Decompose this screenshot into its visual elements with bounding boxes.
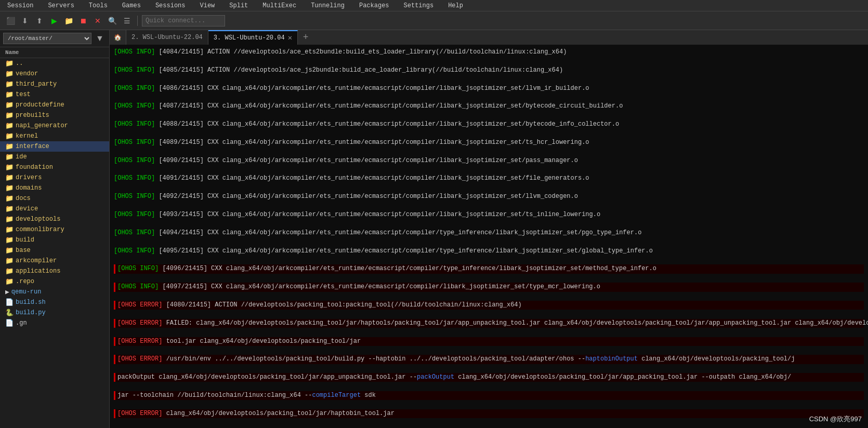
file-item-developtools[interactable]: 📁developtools — [0, 214, 109, 224]
file-icon-arkcompiler: 📁 — [5, 257, 14, 265]
file-icon-applications: 📁 — [5, 267, 14, 275]
menu-bar: Session Servers Tools Games Sessions Vie… — [0, 0, 868, 11]
file-name-arkcompiler: arkcompiler — [16, 257, 57, 264]
file-icon-docs: 📁 — [5, 194, 14, 203]
toolbar-btn-stop[interactable]: ⏹ — [77, 15, 89, 27]
file-name-build.sh: build.sh — [16, 299, 46, 306]
file-name-device: device — [16, 205, 38, 212]
file-item-interface[interactable]: 📁interface — [0, 141, 109, 152]
file-name-qemu-run: qemu-run — [11, 288, 42, 296]
tab-add-button[interactable]: + — [298, 30, 313, 45]
file-icon-foundation: 📁 — [5, 163, 14, 171]
file-item-third_party[interactable]: 📁third_party — [0, 79, 109, 89]
toolbar-btn-folder[interactable]: 📁 — [62, 15, 75, 27]
file-name-kernel: kernel — [16, 132, 38, 140]
file-item-vendor[interactable]: 📁vendor — [0, 69, 109, 79]
file-icon-domains: 📁 — [5, 184, 14, 192]
file-item-qemu-run[interactable]: ▶qemu-run — [0, 287, 109, 297]
right-panel: 🏠 2. WSL-Ubuntu-22.04 3. WSL-Ubuntu-20.0… — [110, 30, 868, 428]
toolbar-btn-filter[interactable]: 🔍 — [106, 15, 119, 27]
terminal-output[interactable]: [OHOS INFO] [4084/21415] ACTION //develo… — [110, 46, 868, 428]
file-name-applications: applications — [16, 268, 60, 275]
menu-games[interactable]: Games — [119, 1, 144, 10]
file-item-..[interactable]: 📁.. — [0, 58, 109, 69]
file-item-docs[interactable]: 📁docs — [0, 193, 109, 204]
file-item-build.py[interactable]: 🐍build.py — [0, 307, 109, 318]
file-icon-developtools: 📁 — [5, 215, 14, 223]
tab-close-wsl20[interactable]: ✕ — [288, 34, 292, 42]
tab-label-wsl20: 3. WSL-Ubuntu-20.04 — [214, 34, 285, 42]
file-item-device[interactable]: 📁device — [0, 204, 109, 214]
menu-packages[interactable]: Packages — [356, 1, 392, 10]
file-name-build.py: build.py — [16, 309, 46, 316]
toolbar-btn-upload[interactable]: ⬆ — [33, 15, 46, 27]
toolbar-btn-home[interactable]: ⬛ — [4, 15, 17, 27]
file-item-build[interactable]: 📁build — [0, 235, 109, 245]
menu-settings[interactable]: Settings — [401, 1, 437, 10]
file-name-docs: docs — [16, 195, 31, 202]
file-item-.repo[interactable]: 📁.repo — [0, 276, 109, 287]
file-icon-build.sh: 📄 — [5, 298, 14, 306]
file-name-third_party: third_party — [16, 81, 57, 88]
file-item-arkcompiler[interactable]: 📁arkcompiler — [0, 256, 109, 266]
menu-sessions[interactable]: Sessions — [152, 1, 189, 10]
file-item-test[interactable]: 📁test — [0, 89, 109, 100]
file-name-interface: interface — [16, 143, 49, 150]
toolbar-btn-download[interactable]: ⬇ — [19, 15, 31, 27]
file-name-test: test — [16, 91, 31, 98]
file-item-ide[interactable]: 📁ide — [0, 152, 109, 162]
file-item-domains[interactable]: 📁domains — [0, 183, 109, 193]
file-icon-build.py: 🐍 — [5, 309, 14, 317]
tab-wsl-ubuntu-20[interactable]: 3. WSL-Ubuntu-20.04 ✕ — [208, 30, 298, 45]
toolbar-btn-play[interactable]: ▶ — [48, 15, 60, 27]
file-name-drivers: drivers — [16, 174, 42, 181]
menu-servers[interactable]: Servers — [45, 1, 77, 10]
file-item-kernel[interactable]: 📁kernel — [0, 131, 109, 141]
toolbar-btn-menu[interactable]: ☰ — [121, 15, 133, 27]
tab-wsl-ubuntu-22[interactable]: 2. WSL-Ubuntu-22.04 — [126, 30, 208, 45]
file-item-build.sh[interactable]: 📄build.sh — [0, 297, 109, 307]
file-icon-.repo: 📁 — [5, 277, 14, 286]
menu-tools[interactable]: Tools — [86, 1, 111, 10]
menu-multiexec[interactable]: MultiExec — [259, 1, 299, 10]
file-icon-drivers: 📁 — [5, 173, 14, 182]
file-icon-prebuilts: 📁 — [5, 111, 14, 119]
file-icon-ide: 📁 — [5, 153, 14, 161]
path-go-button[interactable]: ▼ — [94, 32, 106, 45]
menu-tunneling[interactable]: Tunneling — [308, 1, 348, 10]
file-icon-.gn: 📄 — [5, 319, 14, 327]
file-icon-..: 📁 — [5, 59, 14, 68]
file-name-foundation: foundation — [16, 164, 53, 171]
path-select[interactable]: /root/master/ — [3, 33, 91, 44]
file-item-foundation[interactable]: 📁foundation — [0, 162, 109, 172]
file-name-commonlibrary: commonlibrary — [16, 226, 64, 233]
file-name-.gn: .gn — [16, 319, 27, 327]
toolbar-btn-cancel[interactable]: ✕ — [91, 15, 104, 27]
file-name-napi_generator: napi_generator — [16, 122, 68, 129]
file-icon-base: 📁 — [5, 246, 14, 255]
file-icon-napi_generator: 📁 — [5, 122, 14, 130]
file-item-applications[interactable]: 📁applications — [0, 266, 109, 276]
file-item-napi_generator[interactable]: 📁napi_generator — [0, 121, 109, 131]
file-name-productdefine: productdefine — [16, 101, 64, 109]
file-icon-device: 📁 — [5, 205, 14, 213]
file-item-base[interactable]: 📁base — [0, 245, 109, 256]
file-item-commonlibrary[interactable]: 📁commonlibrary — [0, 224, 109, 235]
main-content: /root/master/ ▼ Name 📁..📁vendor📁third_pa… — [0, 30, 868, 428]
menu-help[interactable]: Help — [445, 1, 466, 10]
tab-home-button[interactable]: 🏠 — [110, 30, 126, 45]
file-item-.gn[interactable]: 📄.gn — [0, 318, 109, 328]
quick-connect-input[interactable] — [142, 15, 225, 26]
file-item-drivers[interactable]: 📁drivers — [0, 172, 109, 183]
menu-view[interactable]: View — [196, 1, 218, 10]
file-item-prebuilts[interactable]: 📁prebuilts — [0, 110, 109, 121]
file-name-.repo: .repo — [16, 278, 34, 285]
file-name-base: base — [16, 247, 31, 254]
file-item-productdefine[interactable]: 📁productdefine — [0, 100, 109, 110]
file-name-vendor: vendor — [16, 70, 38, 77]
menu-session[interactable]: Session — [4, 1, 36, 10]
menu-split[interactable]: Split — [226, 1, 251, 10]
file-name-developtools: developtools — [16, 216, 60, 223]
file-name-ide: ide — [16, 153, 27, 160]
file-icon-commonlibrary: 📁 — [5, 225, 14, 234]
